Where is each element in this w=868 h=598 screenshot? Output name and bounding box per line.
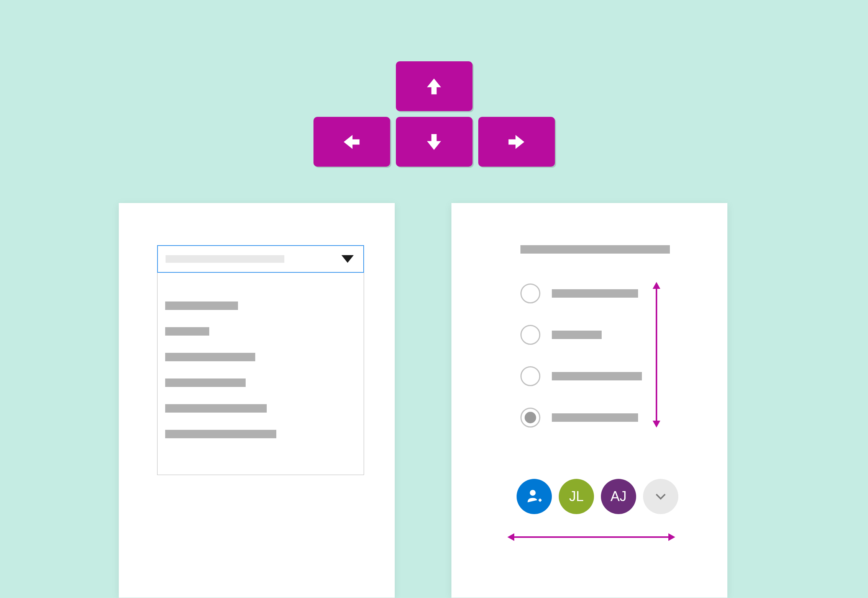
arrow-left-key[interactable]	[313, 117, 390, 167]
radio-indicator	[520, 325, 540, 345]
section-header	[520, 245, 670, 254]
dropdown-example-card	[119, 203, 395, 598]
radio-indicator	[520, 408, 540, 428]
caret-down-icon	[341, 255, 354, 263]
dropdown-option[interactable]	[165, 378, 246, 387]
dropdown-option[interactable]	[165, 404, 267, 413]
arrow-up-key[interactable]	[396, 61, 473, 111]
svg-point-0	[530, 490, 536, 496]
arrow-up-icon	[423, 76, 445, 97]
radio-option[interactable]	[520, 283, 642, 303]
radio-option[interactable]	[520, 408, 642, 428]
dropdown-option[interactable]	[165, 301, 238, 310]
arrow-left-icon	[341, 131, 362, 152]
add-user-icon	[525, 488, 543, 505]
dropdown-option[interactable]	[165, 353, 255, 361]
chevron-down-icon	[652, 488, 669, 505]
dropdown	[157, 245, 364, 475]
arrow-right-icon	[506, 131, 527, 152]
arrow-right-key[interactable]	[478, 117, 555, 167]
avatar-overflow[interactable]	[643, 479, 678, 514]
vertical-range-arrow	[656, 287, 657, 422]
avatar[interactable]: AJ	[601, 479, 636, 514]
radio-option[interactable]	[520, 366, 642, 386]
radio-avatar-example-card: JL AJ	[451, 203, 727, 598]
radio-label	[552, 289, 638, 298]
radio-label	[552, 413, 638, 422]
avatar-group: JL AJ	[517, 479, 678, 514]
add-user-avatar[interactable]	[517, 479, 552, 514]
horizontal-range-arrow	[513, 536, 670, 538]
arrow-down-key[interactable]	[396, 117, 473, 167]
arrow-down-icon	[423, 131, 445, 152]
radio-group	[520, 283, 642, 449]
radio-indicator	[520, 366, 540, 386]
dropdown-option[interactable]	[165, 327, 209, 336]
dropdown-placeholder	[166, 255, 284, 263]
dropdown-trigger[interactable]	[157, 245, 364, 273]
radio-option[interactable]	[520, 325, 642, 345]
dropdown-option[interactable]	[165, 430, 276, 438]
dropdown-menu	[157, 273, 364, 475]
avatar[interactable]: JL	[559, 479, 594, 514]
radio-label	[552, 331, 602, 339]
radio-indicator	[520, 283, 540, 303]
radio-label	[552, 372, 642, 380]
